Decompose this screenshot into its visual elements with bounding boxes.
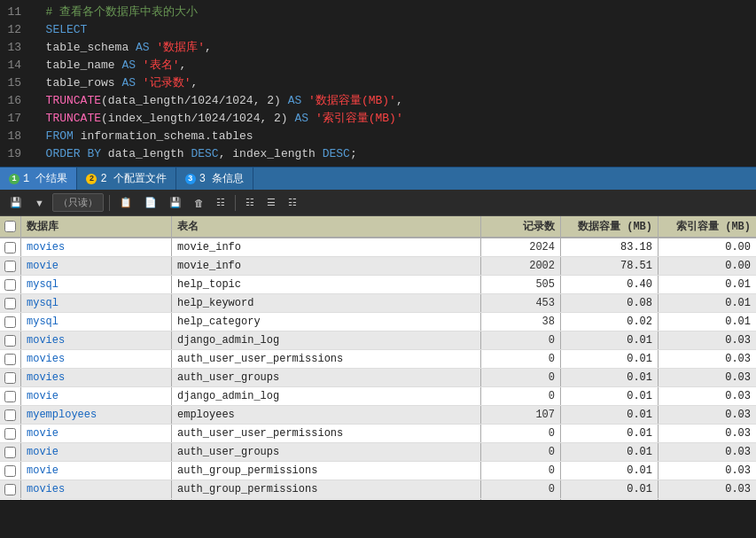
row-rows: 0 [481,443,561,461]
row-checkbox[interactable] [4,242,16,253]
row-check[interactable] [0,387,21,405]
readonly-label: （只读） [52,193,104,212]
table-row[interactable]: movies movie_info 2024 83.18 0.00 [0,238,756,257]
row-checkbox[interactable] [4,447,16,458]
row-rows: 0 [481,499,561,500]
header-check[interactable] [0,216,21,237]
copy-button[interactable]: 📋 [115,194,136,211]
row-table: django_admin_log [172,331,481,349]
row-index: 0.03 [659,443,756,461]
separator2 [235,195,236,211]
row-index: 0.03 [659,406,756,424]
row-table: django_admin_log [172,387,481,405]
select-all-checkbox[interactable] [4,221,16,232]
save-button[interactable]: 💾 [165,194,186,211]
table-row[interactable]: movies django_admin_log 0 0.01 0.03 [0,331,756,350]
row-check[interactable] [0,462,21,480]
tab-label: 2 个配置文件 [100,171,166,186]
row-checkbox[interactable] [4,484,16,495]
row-db: myemployees [21,406,172,424]
row-check[interactable] [0,313,21,331]
table-row[interactable]: movies auth_user_groups 0 0.01 0.03 [0,369,756,387]
table-row[interactable]: movies auth_user_user_permissions 0 0.01… [0,350,756,369]
table-row[interactable]: movie auth_group 0 0.01 0.01 [0,499,756,500]
row-check[interactable] [0,350,21,368]
row-checkbox[interactable] [4,279,16,291]
row-check[interactable] [0,331,21,349]
export-button[interactable]: 💾 [5,194,27,211]
line-content: table_name AS '表名', [32,57,756,74]
dropdown-button[interactable]: ▼ [30,195,49,211]
table-row[interactable]: mysql help_topic 505 0.40 0.01 [0,276,756,294]
row-data: 0.01 [561,406,659,424]
row-index: 0.01 [659,499,756,500]
code-line: 19 ORDER BY data_length DESC, index_leng… [0,145,756,163]
row-db: movies [21,331,172,349]
row-db: movie [21,499,172,500]
row-checkbox[interactable] [4,354,16,365]
row-check[interactable] [0,369,21,386]
row-data: 83.18 [561,238,659,256]
row-checkbox[interactable] [4,298,16,309]
paste-button[interactable]: 📄 [140,194,161,211]
table-row[interactable]: movie movie_info 2002 78.51 0.00 [0,257,756,276]
row-checkbox[interactable] [4,428,16,440]
row-check[interactable] [0,425,21,442]
table-row[interactable]: mysql help_category 38 0.02 0.01 [0,313,756,331]
row-db: movie [21,462,172,480]
row-data: 0.01 [561,350,659,368]
row-check[interactable] [0,480,21,498]
row-index: 0.03 [659,387,756,405]
table-row[interactable]: mysql help_keyword 453 0.08 0.01 [0,294,756,313]
table-row[interactable]: movies auth_group_permissions 0 0.01 0.0… [0,480,756,499]
row-check[interactable] [0,443,21,461]
row-check[interactable] [0,238,21,256]
table-row[interactable]: movie django_admin_log 0 0.01 0.03 [0,387,756,406]
header-rows: 记录数 [481,216,561,237]
grid-button[interactable]: ☷ [212,194,230,211]
tab-1 个结果[interactable]: 11 个结果 [0,168,77,190]
row-index: 0.00 [659,238,756,256]
row-check[interactable] [0,294,21,312]
grid-view-button[interactable]: ☷ [241,194,259,211]
row-checkbox[interactable] [4,335,16,347]
line-number: 13 [0,39,32,57]
table-row[interactable]: movie auth_group_permissions 0 0.01 0.03 [0,462,756,480]
row-table: movie_info [172,238,481,256]
table-row[interactable]: movie auth_user_groups 0 0.01 0.03 [0,443,756,462]
row-index: 0.01 [659,276,756,293]
row-db: movie [21,257,172,275]
row-checkbox[interactable] [4,316,16,328]
code-editor: 11 # 查看各个数据库中表的大小12 SELECT13 table_schem… [0,0,756,167]
tab-3 条信息[interactable]: 33 条信息 [176,168,253,190]
delete-button[interactable]: 🗑 [190,195,208,211]
list-view-button[interactable]: ☰ [262,194,280,211]
row-data: 0.01 [561,369,659,386]
row-checkbox[interactable] [4,409,16,421]
row-checkbox[interactable] [4,372,16,384]
tab-label: 1 个结果 [23,171,67,186]
row-check[interactable] [0,257,21,275]
tab-2 个配置文件[interactable]: 22 个配置文件 [77,168,175,190]
row-checkbox[interactable] [4,465,16,477]
row-checkbox[interactable] [4,261,16,272]
row-table: help_category [172,313,481,331]
detail-view-button[interactable]: ☷ [284,194,301,211]
row-check[interactable] [0,276,21,293]
row-data: 0.08 [561,294,659,312]
row-check[interactable] [0,406,21,424]
table-row[interactable]: myemployees employees 107 0.01 0.03 [0,406,756,425]
row-checkbox[interactable] [4,391,16,402]
row-db: movie [21,425,172,442]
row-check[interactable] [0,499,21,500]
toolbar[interactable]: 💾 ▼ （只读） 📋 📄 💾 🗑 ☷ ☷ ☰ ☷ [0,190,756,216]
row-table: employees [172,406,481,424]
row-index: 0.01 [659,294,756,312]
row-index: 0.01 [659,313,756,331]
row-table: help_keyword [172,294,481,312]
line-content: SELECT [32,21,756,39]
table-row[interactable]: movie auth_user_user_permissions 0 0.01 … [0,425,756,443]
blue-icon: 3 [185,174,196,184]
row-data: 0.01 [561,425,659,442]
line-content: TRUNCATE(data_length/1024/1024, 2) AS '数… [32,92,756,110]
